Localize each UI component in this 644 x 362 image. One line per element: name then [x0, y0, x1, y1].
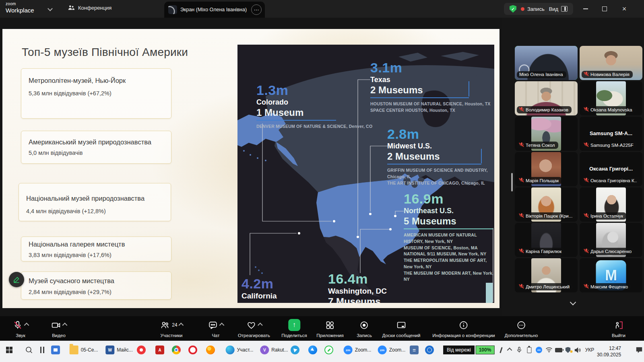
- taskbar-app-zoom-1[interactable]: zm Zoom...: [344, 344, 372, 356]
- whiteboards-button[interactable]: Доски сообщений: [382, 320, 421, 338]
- museum-line: THE MUSEUM OF MODERN ART, New York, NY: [404, 270, 494, 283]
- encryption-shield-icon[interactable]: ✓: [510, 5, 516, 13]
- tray-expand[interactable]: [508, 344, 512, 356]
- map-stat-midwest: 2.8m Midwest U.S. 2 Museums GRIFFIN MUSE…: [387, 127, 494, 186]
- participant-name: Дмитро Лещинський: [526, 284, 570, 289]
- participant-tile[interactable]: Оксана Григорі... Оксана Григорівна К...: [580, 152, 642, 186]
- participant-tile[interactable]: Oksana Malynovska: [580, 81, 642, 115]
- chevron-up-icon[interactable]: [179, 323, 184, 328]
- participant-tile[interactable]: Ірина Остапчук: [580, 187, 642, 222]
- participant-tile[interactable]: M Максим Фещенко: [580, 258, 642, 292]
- participant-display-name: Samsung SM-A...: [580, 130, 642, 136]
- taskbar-app-viber[interactable]: V Rakut...: [260, 344, 288, 356]
- react-button[interactable]: Отреагировать: [238, 320, 270, 338]
- minimize-button[interactable]: [576, 0, 595, 18]
- tray-pen[interactable]: [501, 344, 502, 356]
- participant-tile[interactable]: Марія Польщак: [515, 152, 578, 186]
- chevron-up-icon[interactable]: [258, 323, 263, 328]
- view-button[interactable]: Вид: [549, 6, 568, 12]
- search-button[interactable]: [25, 344, 33, 356]
- participant-tile[interactable]: Дарья Слюсаренко: [580, 223, 642, 257]
- more-button[interactable]: Дополнительно: [505, 320, 538, 338]
- participants-button[interactable]: 24 Участники: [160, 320, 183, 338]
- participant-tile[interactable]: Новикова Валерія: [580, 46, 642, 80]
- stat-value: 16.4m: [328, 272, 387, 286]
- participant-tile[interactable]: Тетяна Сокол: [515, 117, 578, 151]
- ellipsis-icon: ⋯: [254, 7, 259, 13]
- taskbar-app-folder[interactable]: 05-Се...: [70, 344, 98, 356]
- mic-muted-icon: [519, 107, 524, 112]
- participant-tile[interactable]: Каріна Гаврилюк: [515, 223, 578, 257]
- chat-icon: [208, 320, 218, 330]
- taskbar-app-chrome[interactable]: [172, 344, 181, 356]
- taskbar-app-opera[interactable]: [188, 344, 197, 356]
- participant-name: Вікторія Пацюк (Кри...: [526, 214, 572, 218]
- record-button[interactable]: Запись: [357, 320, 372, 338]
- museum-line: AMERICAN MUSEUM OF NATURAL HISTORY, New …: [404, 232, 494, 245]
- video-button[interactable]: Видео: [51, 320, 67, 338]
- taskbar-app-calculator[interactable]: =: [410, 344, 419, 356]
- taskbar-app-acrobat[interactable]: A: [155, 344, 164, 356]
- stat-count: 1 Museum: [256, 108, 372, 117]
- stat-count: 5 Museums: [404, 216, 494, 226]
- tray-clock[interactable]: 12:47 30.09.2025: [597, 345, 621, 358]
- participants-panel: Міхо Олена Іванівна Новикова Валерія Вол…: [502, 18, 644, 316]
- chevron-up-icon[interactable]: [62, 323, 68, 328]
- taskbar-app-photoviewer[interactable]: [51, 344, 60, 356]
- participant-tile[interactable]: Міхо Олена Іванівна: [515, 46, 578, 80]
- close-button[interactable]: ×: [615, 0, 634, 18]
- taskbar-app-vivaldi[interactable]: [137, 344, 146, 356]
- notification-center-button[interactable]: [636, 344, 643, 356]
- tray-speaker[interactable]: [574, 344, 581, 356]
- tray-wifi[interactable]: [545, 344, 553, 356]
- chevron-up-icon[interactable]: [24, 323, 29, 328]
- taskbar-app-telegram[interactable]: [291, 344, 299, 356]
- shared-screen-slide: Топ-5 музеїв Північної Америки Метрополі…: [2, 29, 500, 308]
- chevron-up-icon[interactable]: [219, 323, 225, 328]
- tray-usb[interactable]: [527, 344, 532, 356]
- participant-tile[interactable]: Samsung SM-A... Samsung SM-A225F: [580, 117, 642, 151]
- chat-button[interactable]: Чат: [208, 320, 224, 338]
- annotate-button[interactable]: [9, 272, 24, 287]
- mic-muted-icon: [584, 72, 588, 77]
- acrobat-logo: A: [158, 348, 161, 352]
- taskbar-app-whatsapp[interactable]: [324, 344, 333, 356]
- leave-icon: [614, 320, 624, 330]
- meeting-info-button[interactable]: Информация о конференции: [432, 320, 495, 338]
- stat-region: Colorado: [256, 99, 372, 106]
- tab-screen-share[interactable]: Экран (Міхо Олена Іванівна) ⋯: [164, 2, 265, 18]
- chevron-down-icon[interactable]: [47, 6, 53, 11]
- leave-button[interactable]: Выйти: [612, 320, 625, 338]
- museum-line: THE METROPOLITAN MUSEUM OF ART, New York…: [404, 257, 494, 270]
- tray-language[interactable]: УКР: [585, 344, 594, 356]
- zoom-logo: zm: [380, 348, 384, 352]
- participant-tile[interactable]: Вікторія Пацюк (Кри...: [515, 187, 578, 222]
- apps-label: Приложения: [316, 333, 343, 338]
- tray-shield[interactable]: [566, 344, 571, 356]
- taskbar-app-messenger[interactable]: [308, 344, 317, 356]
- taskbar-app-word[interactable]: W Майс...: [105, 344, 133, 356]
- tab-meeting[interactable]: Конференция: [68, 4, 111, 11]
- scroll-more-participants-button[interactable]: [562, 297, 584, 307]
- taskbar-app-firefox[interactable]: [206, 344, 215, 356]
- apps-button[interactable]: Приложения: [316, 320, 343, 338]
- tab-options-button[interactable]: ⋯: [251, 4, 262, 15]
- tray-battery[interactable]: [555, 344, 562, 356]
- share-button[interactable]: ↑ Поделиться: [281, 320, 307, 338]
- participant-tile[interactable]: Володимир Казаков: [515, 81, 578, 115]
- mic-muted-icon: [584, 284, 588, 289]
- recording-indicator[interactable]: Запись: [521, 6, 545, 12]
- audio-button[interactable]: Звук: [13, 320, 29, 338]
- taskbar-app-edge[interactable]: Участ...: [226, 344, 254, 356]
- start-button[interactable]: [6, 344, 13, 356]
- sidebar-scrollbar[interactable]: [511, 173, 513, 191]
- taskbar-app-zoom-2[interactable]: zm Zoom...: [378, 344, 406, 356]
- participant-tile[interactable]: Дмитро Лещинський: [515, 258, 578, 292]
- restore-button[interactable]: [595, 0, 614, 18]
- word-logo: W: [108, 348, 112, 352]
- tray-mic[interactable]: [516, 344, 522, 356]
- taskbar-app-alarms[interactable]: [425, 344, 434, 356]
- task-view-button[interactable]: [40, 344, 44, 356]
- museum-card: Метрополітен-музей, Нью-Йорк 5,36 млн ві…: [21, 68, 171, 119]
- tray-zoom[interactable]: zm: [536, 344, 542, 356]
